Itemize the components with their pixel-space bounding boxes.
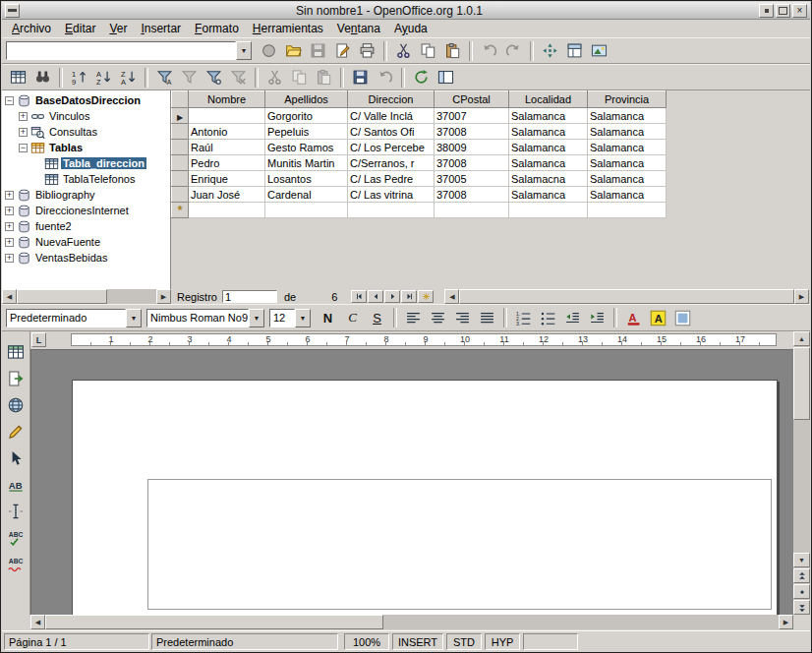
- underline-button[interactable]: S: [366, 307, 388, 329]
- url-combo-arrow-icon[interactable]: ▼: [236, 41, 252, 60]
- cell[interactable]: C/ Valle Inclá: [348, 108, 435, 124]
- insert-objects-icon[interactable]: [4, 393, 28, 417]
- prev-record-icon[interactable]: [368, 290, 383, 303]
- cell-empty[interactable]: [435, 203, 509, 218]
- expand-icon[interactable]: +: [5, 207, 14, 215]
- cell[interactable]: Enrique: [189, 171, 265, 187]
- autotext-icon[interactable]: AB: [4, 473, 28, 497]
- new-record-marker[interactable]: *: [172, 203, 189, 218]
- expand-icon[interactable]: +: [19, 112, 28, 121]
- bullet-list-icon[interactable]: [537, 307, 559, 329]
- record-number-input[interactable]: [222, 290, 277, 303]
- font-size-combo[interactable]: 12 ▼: [269, 309, 311, 327]
- status-selection-mode[interactable]: STD: [446, 633, 482, 650]
- scroll-left-icon[interactable]: ◀: [30, 615, 45, 629]
- column-header-apellidos[interactable]: Apellidos: [265, 91, 348, 108]
- cell[interactable]: Salamanca: [588, 187, 667, 203]
- column-header-localidad[interactable]: Localidad: [509, 91, 588, 108]
- cell[interactable]: Losantos: [265, 171, 348, 187]
- cell[interactable]: Salamanca: [588, 140, 667, 155]
- cell[interactable]: Pedro: [189, 155, 265, 171]
- stop-loading-icon[interactable]: [258, 39, 280, 62]
- cell[interactable]: Salamanca: [509, 108, 588, 124]
- highlighting-icon[interactable]: A: [647, 307, 669, 329]
- direct-cursor-icon[interactable]: [4, 500, 28, 523]
- sort-az-icon[interactable]: AZ: [92, 66, 115, 89]
- save-record-icon[interactable]: [349, 66, 372, 89]
- form-functions-icon[interactable]: [4, 446, 28, 470]
- cell-empty[interactable]: [588, 203, 667, 218]
- column-header-nombre[interactable]: Nombre: [189, 91, 265, 108]
- tree-item-tablas[interactable]: −Tablas: [2, 140, 170, 155]
- insert-table-icon[interactable]: [4, 340, 28, 364]
- column-header-provincia[interactable]: Provincia: [588, 91, 667, 108]
- paragraph-style-combo[interactable]: Predeterminado ▼: [6, 309, 142, 327]
- menu-ayuda[interactable]: Ayuda: [387, 21, 435, 36]
- edit-file-icon[interactable]: [331, 39, 354, 62]
- style-combo-arrow-icon[interactable]: ▼: [126, 309, 142, 327]
- document-horizontal-scrollbar[interactable]: ◀ ▶: [30, 615, 793, 629]
- scrollbar-thumb[interactable]: [793, 347, 810, 420]
- navigation-icon[interactable]: [793, 584, 810, 599]
- refresh-icon[interactable]: [410, 66, 433, 89]
- autofilter-icon[interactable]: A: [153, 66, 176, 89]
- tree-item-bibliography[interactable]: +Bibliography: [2, 187, 170, 203]
- row-marker[interactable]: [172, 140, 189, 155]
- cell[interactable]: Salamanca: [588, 171, 667, 187]
- scroll-left-icon[interactable]: ◀: [2, 289, 17, 304]
- window-menu-button[interactable]: [5, 4, 20, 18]
- cell[interactable]: Juan José: [189, 187, 265, 203]
- close-button[interactable]: ×: [792, 4, 807, 18]
- numbered-list-icon[interactable]: 1.2.3.: [512, 307, 535, 329]
- cell[interactable]: C/ Santos Ofi: [348, 124, 435, 140]
- cell[interactable]: Gorgorito: [265, 108, 348, 124]
- first-record-icon[interactable]: [351, 290, 367, 303]
- tree-item-consultas[interactable]: +Consultas: [2, 124, 170, 140]
- row-marker[interactable]: [172, 171, 189, 187]
- sort-za-icon[interactable]: ZA: [117, 66, 140, 89]
- align-right-icon[interactable]: [451, 307, 474, 329]
- expand-icon[interactable]: +: [5, 222, 14, 231]
- paste-icon[interactable]: [441, 39, 464, 62]
- expand-icon[interactable]: +: [5, 254, 14, 263]
- cell-empty[interactable]: [348, 203, 435, 218]
- collapse-icon[interactable]: −: [19, 144, 28, 152]
- cell[interactable]: Antonio: [189, 124, 265, 140]
- url-input[interactable]: [6, 41, 236, 60]
- draw-functions-icon[interactable]: [4, 420, 28, 444]
- find-record-icon[interactable]: [31, 66, 54, 89]
- decrease-indent-icon[interactable]: [561, 307, 584, 329]
- url-combo[interactable]: ▼: [6, 41, 252, 60]
- cut-icon[interactable]: [392, 39, 415, 62]
- align-left-icon[interactable]: [402, 307, 425, 329]
- tree-item-fuente2[interactable]: +fuente2: [2, 218, 170, 234]
- scroll-left-icon[interactable]: ◀: [444, 289, 459, 304]
- row-marker[interactable]: [172, 124, 189, 140]
- table-data-icon[interactable]: [7, 66, 29, 89]
- font-name-combo[interactable]: Nimbus Roman No9 ▼: [146, 309, 264, 327]
- text-frame[interactable]: [147, 479, 772, 610]
- scroll-down-icon[interactable]: ▼: [793, 553, 810, 567]
- tree-item-nuevafuente[interactable]: +NuevaFuente: [2, 234, 170, 250]
- scrollbar-thumb[interactable]: [45, 615, 383, 629]
- tab-type-selector[interactable]: L: [31, 332, 46, 347]
- cell[interactable]: 37008: [435, 155, 509, 171]
- open-document-icon[interactable]: [282, 39, 305, 62]
- menu-ver[interactable]: Ver: [102, 21, 134, 36]
- next-page-icon[interactable]: [793, 600, 810, 615]
- stylist-icon[interactable]: [563, 39, 586, 62]
- scrollbar-thumb[interactable]: [459, 289, 794, 304]
- explorer-horizontal-scrollbar[interactable]: ◀ ▶: [2, 289, 171, 304]
- menu-herramientas[interactable]: Herramientas: [246, 21, 330, 36]
- cell[interactable]: Salamanca: [588, 124, 667, 140]
- row-marker[interactable]: [172, 155, 189, 171]
- scroll-right-icon[interactable]: ▶: [779, 615, 793, 629]
- tree-item-direccionesinternet[interactable]: +DireccionesInternet: [2, 203, 170, 218]
- spellcheck-icon[interactable]: ABC: [4, 526, 28, 550]
- menu-ventana[interactable]: Ventana: [330, 21, 387, 36]
- collapse-icon[interactable]: −: [5, 96, 14, 105]
- navigator-icon[interactable]: [539, 39, 561, 62]
- increase-indent-icon[interactable]: [586, 307, 609, 329]
- document-page[interactable]: [72, 380, 778, 615]
- cell[interactable]: Munitis Martin: [265, 155, 348, 171]
